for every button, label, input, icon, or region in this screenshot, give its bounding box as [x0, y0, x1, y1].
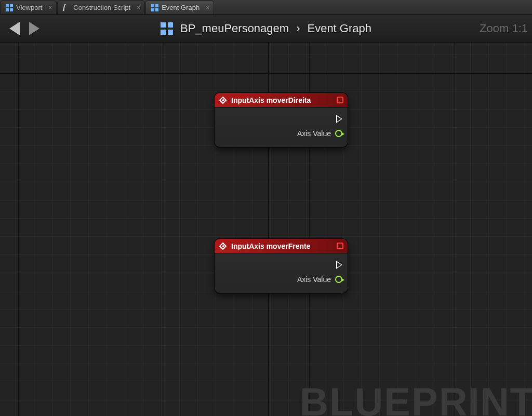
tab-label: Event Graph: [162, 4, 200, 11]
close-icon[interactable]: ×: [48, 4, 52, 11]
nav-arrows: [0, 22, 39, 35]
pin-label: Axis Value: [297, 129, 331, 138]
nav-bar: BP_meuPersonagem › Event Graph Zoom 1:1: [0, 15, 532, 43]
exec-out-pin[interactable]: [336, 115, 342, 123]
node-toggle-icon[interactable]: [337, 97, 343, 103]
node-body: Axis Value: [215, 253, 348, 293]
function-icon: f: [63, 4, 70, 11]
axis-value-pin-row: Axis Value: [220, 272, 342, 287]
node-title: InputAxis moverDireita: [231, 96, 332, 104]
close-icon[interactable]: ×: [206, 4, 209, 11]
tab-construction-script[interactable]: f Construction Script ×: [57, 1, 145, 14]
chevron-right-icon: ›: [296, 22, 300, 35]
breadcrumb-blueprint[interactable]: BP_meuPersonagem: [180, 22, 289, 35]
axis-value-pin-row: Axis Value: [220, 126, 342, 141]
float-out-pin[interactable]: [335, 130, 342, 137]
pin-label: Axis Value: [297, 275, 331, 284]
event-icon: [219, 242, 227, 250]
nav-forward-button[interactable]: [29, 22, 39, 35]
tab-viewport[interactable]: Viewport ×: [0, 1, 57, 14]
tab-event-graph[interactable]: Event Graph ×: [145, 1, 214, 14]
node-toggle-icon[interactable]: [337, 243, 343, 249]
exec-out-pin-row: [220, 112, 342, 126]
node-header[interactable]: InputAxis moverDireita: [215, 93, 348, 108]
exec-out-pin[interactable]: [336, 261, 342, 269]
watermark: BLUEPRINT: [300, 379, 532, 416]
breadcrumb: BP_meuPersonagem › Event Graph: [0, 15, 532, 42]
grid-icon: [6, 4, 13, 11]
nav-back-button[interactable]: [9, 22, 20, 35]
tab-bar: Viewport × f Construction Script × Event…: [0, 0, 532, 15]
tab-label: Construction Script: [73, 4, 130, 11]
grid-icon: [151, 4, 158, 11]
zoom-indicator: Zoom 1:1: [480, 15, 528, 42]
close-icon[interactable]: ×: [137, 4, 140, 11]
event-node-input-axis-mover-direita[interactable]: InputAxis moverDireita Axis Value: [215, 93, 348, 147]
blueprint-icon: [161, 22, 173, 35]
event-icon: [219, 96, 227, 104]
node-title: InputAxis moverFrente: [231, 242, 332, 250]
node-header[interactable]: InputAxis moverFrente: [215, 239, 348, 253]
event-node-input-axis-mover-frente[interactable]: InputAxis moverFrente Axis Value: [215, 239, 348, 293]
tab-label: Viewport: [16, 4, 42, 11]
graph-canvas[interactable]: BLUEPRINT InputAxis moverDireita Axis Va…: [0, 43, 532, 416]
exec-out-pin-row: [220, 258, 342, 272]
breadcrumb-graph[interactable]: Event Graph: [307, 22, 371, 35]
float-out-pin[interactable]: [335, 276, 342, 283]
node-body: Axis Value: [215, 108, 348, 147]
